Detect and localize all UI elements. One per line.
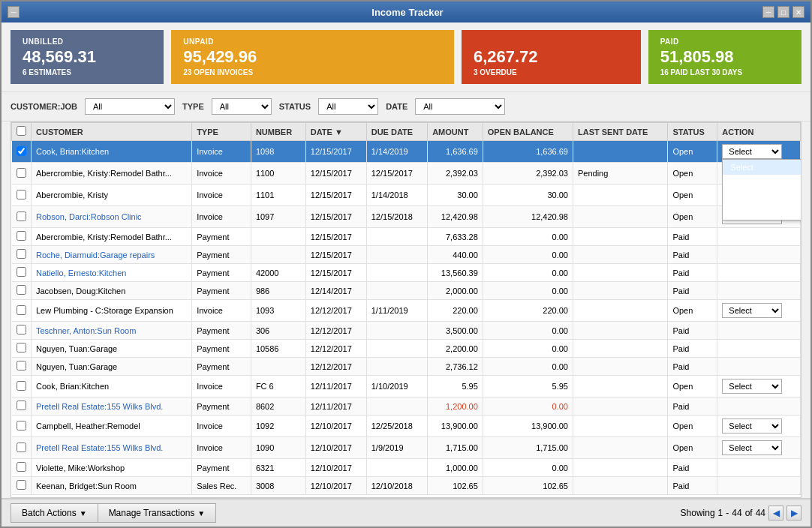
manage-transactions-button[interactable]: Manage Transactions ▼ (98, 503, 217, 523)
prev-page-button[interactable]: ◀ (768, 506, 783, 520)
unpaid-card[interactable]: UNPAID 95,429.96 23 OPEN INVOICES (171, 30, 454, 84)
action-select[interactable]: Select (722, 440, 782, 455)
row-open-balance: 5.95 (483, 376, 573, 398)
header-open-balance[interactable]: OPEN BALANCE (483, 123, 573, 141)
row-checkbox[interactable] (17, 480, 26, 490)
dropdown-item-email[interactable]: Email (723, 205, 801, 220)
date-select[interactable]: All (415, 98, 505, 115)
unbilled-card[interactable]: UNBILLED 48,569.31 6 ESTIMATES (11, 30, 164, 84)
row-checkbox[interactable] (17, 190, 26, 200)
action-select[interactable]: Select (722, 379, 782, 394)
row-status: Open (668, 376, 717, 398)
footer-right: Showing 1 - 44 of 44 ◀ ▶ (681, 506, 801, 520)
row-checkbox-cell[interactable] (12, 163, 32, 184)
table-row: Cook, Brian:KitchenInvoiceFC 612/11/2017… (12, 376, 801, 398)
close-button[interactable]: ✕ (792, 6, 804, 18)
action-select[interactable]: Select (722, 144, 782, 159)
maximize-button[interactable]: □ (777, 6, 789, 18)
row-checkbox[interactable] (17, 168, 26, 178)
row-checkbox-cell[interactable] (12, 358, 32, 376)
row-number: 42000 (251, 264, 305, 282)
table-row: Lew Plumbing - C:Storage ExpansionInvoic… (12, 300, 801, 322)
row-date: 12/15/2017 (305, 228, 366, 246)
row-open-balance: 0.00 (483, 228, 573, 246)
status-select[interactable]: All (318, 98, 378, 115)
header-date[interactable]: DATE ▼ (305, 123, 366, 141)
header-number[interactable]: NUMBER (251, 123, 305, 141)
row-checkbox[interactable] (17, 421, 26, 430)
row-checkbox[interactable] (17, 442, 26, 452)
row-type: Invoice (192, 300, 251, 322)
row-checkbox-cell[interactable] (12, 398, 32, 416)
header-status[interactable]: STATUS (668, 123, 717, 141)
row-checkbox[interactable] (17, 267, 26, 277)
row-checkbox[interactable] (17, 400, 26, 410)
action-select[interactable]: Select (722, 418, 782, 434)
row-checkbox-cell[interactable] (12, 340, 32, 358)
row-checkbox[interactable] (17, 462, 26, 472)
dropdown-item-receive-payment[interactable]: Receive Payment (723, 175, 801, 190)
row-checkbox-cell[interactable] (12, 141, 32, 163)
action-select[interactable]: Select (722, 303, 782, 318)
row-checkbox-cell[interactable] (12, 322, 32, 340)
row-due-date: 12/15/2018 (366, 206, 427, 228)
next-page-button[interactable]: ▶ (786, 506, 801, 520)
header-customer[interactable]: CUSTOMER (32, 123, 192, 141)
row-last-sent (573, 322, 667, 340)
row-checkbox-cell[interactable] (12, 264, 32, 282)
row-status: Open (668, 163, 717, 184)
overdue-label (474, 38, 629, 46)
table-row: Robson, Darci:Robson ClinicInvoice109712… (12, 206, 801, 228)
row-checkbox-cell[interactable] (12, 376, 32, 398)
header-due-date[interactable]: DUE DATE (366, 123, 427, 141)
row-checkbox-cell[interactable] (12, 228, 32, 246)
header-checkbox-cell[interactable] (12, 123, 32, 141)
paid-sub: 16 PAID LAST 30 DAYS (660, 68, 789, 76)
paid-amount: 51,805.98 (660, 47, 789, 67)
row-checkbox[interactable] (17, 325, 26, 334)
row-type: Payment (192, 322, 251, 340)
row-checkbox[interactable] (17, 231, 26, 241)
minimize-button[interactable]: ─ (762, 6, 774, 18)
header-action: ACTION (717, 123, 801, 141)
header-last-sent[interactable]: LAST SENT DATE (573, 123, 667, 141)
row-checkbox-cell[interactable] (12, 282, 32, 300)
row-checkbox[interactable] (17, 343, 26, 352)
row-action-cell (717, 398, 801, 416)
row-checkbox[interactable] (17, 285, 26, 295)
row-type: Payment (192, 264, 251, 282)
dropdown-item-print[interactable]: Print (723, 190, 801, 205)
row-checkbox[interactable] (17, 249, 26, 259)
table-scroll[interactable]: CUSTOMER TYPE NUMBER DATE ▼ DUE DATE AMO… (11, 122, 801, 497)
paid-card[interactable]: PAID 51,805.98 16 PAID LAST 30 DAYS (648, 30, 801, 84)
row-checkbox-cell[interactable] (12, 300, 32, 322)
row-checkbox-cell[interactable] (12, 206, 32, 228)
row-checkbox-cell[interactable] (12, 246, 32, 264)
customer-job-select[interactable]: All (85, 98, 175, 115)
select-all-checkbox[interactable] (17, 126, 26, 136)
header-amount[interactable]: AMOUNT (428, 123, 483, 141)
minimize-btn[interactable]: ─ (8, 6, 20, 18)
row-date: 12/10/2017 (305, 477, 366, 495)
row-number (251, 228, 305, 246)
row-checkbox[interactable] (17, 146, 26, 156)
row-checkbox-cell[interactable] (12, 459, 32, 477)
overdue-card[interactable]: 6,267.72 3 OVERDUE (462, 30, 641, 84)
row-checkbox[interactable] (17, 361, 26, 370)
row-status: Paid (668, 340, 717, 358)
row-checkbox-cell[interactable] (12, 437, 32, 459)
header-type[interactable]: TYPE (192, 123, 251, 141)
row-checkbox[interactable] (17, 381, 26, 391)
window-title: Income Tracker (53, 7, 762, 18)
row-open-balance: 102.65 (483, 477, 573, 495)
batch-actions-button[interactable]: Batch Actions ▼ (11, 503, 98, 523)
row-amount: 1,715.00 (428, 437, 483, 459)
row-last-sent (573, 459, 667, 477)
row-checkbox-cell[interactable] (12, 477, 32, 495)
type-select[interactable]: All (212, 98, 272, 115)
dropdown-item-select[interactable]: Select (723, 160, 801, 175)
row-checkbox[interactable] (17, 305, 26, 315)
row-checkbox-cell[interactable] (12, 184, 32, 206)
row-checkbox[interactable] (17, 212, 26, 221)
row-checkbox-cell[interactable] (12, 416, 32, 437)
